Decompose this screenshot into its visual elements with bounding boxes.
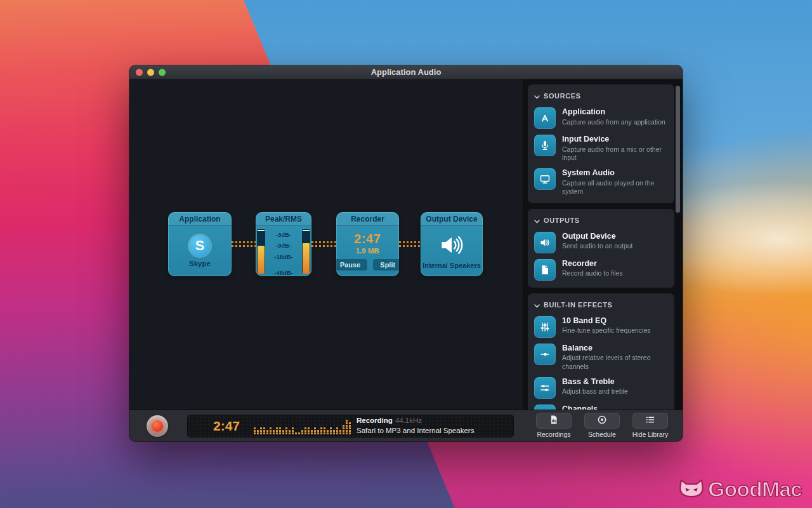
sidebar-item-bass-treble[interactable]: Bass & Treble Adjust bass and treble <box>534 377 668 399</box>
sidebar-item-10-band-eq[interactable]: 10 Band EQ Fine-tune specific frequencie… <box>534 316 668 338</box>
pipeline-connector <box>399 241 421 247</box>
item-title: Application <box>562 107 665 117</box>
schedule-button[interactable]: Schedule <box>580 413 624 438</box>
item-description: Capture audio from any application <box>562 118 665 127</box>
left-level-meter <box>257 229 265 274</box>
chevron-down-icon <box>534 299 540 311</box>
level-meters: -3dB- -9dB- -18dB- -48dB- <box>257 229 310 274</box>
item-description: Adjust relative levels of stereo channel… <box>562 354 668 371</box>
section-title: BUILT-IN EFFECTS <box>544 301 612 309</box>
chevron-down-icon <box>534 90 540 102</box>
library-actions: Recordings Schedule Hide Library <box>532 413 672 438</box>
window-title: Application Audio <box>371 67 442 77</box>
session-route: Safari to MP3 and Internal Speakers <box>357 426 474 436</box>
recordings-button[interactable]: Recordings <box>532 413 576 438</box>
action-label: Recordings <box>537 431 570 438</box>
recorder-file-size: 1.9 MB <box>356 247 379 255</box>
balance-icon <box>534 344 556 365</box>
sources-section: SOURCES Application Capture audio from a… <box>528 84 674 203</box>
sidebar-item-output-device[interactable]: Output Device Send audio to an output <box>534 232 668 253</box>
file-icon <box>534 259 556 281</box>
item-description: Fine-tune specific frequencies <box>562 326 651 335</box>
pause-button[interactable]: Pause <box>336 259 367 271</box>
traffic-lights <box>136 69 166 76</box>
pipeline-connector <box>232 241 256 247</box>
action-label: Hide Library <box>632 431 669 438</box>
application-block-title: Application <box>168 212 232 226</box>
application-block-label: Skype <box>189 260 211 267</box>
item-description: Adjust bass and treble <box>562 387 628 396</box>
close-button[interactable] <box>136 69 143 76</box>
recorder-elapsed-time: 2:47 <box>354 232 381 246</box>
pipeline-canvas[interactable]: Application S Skype Peak/RMS -3dB- <box>129 79 523 410</box>
db-label: -48dB- <box>274 270 293 276</box>
status-state: Recording <box>357 417 393 424</box>
section-title: SOURCES <box>544 92 581 100</box>
split-button[interactable]: Split <box>373 259 399 271</box>
item-title: Balance <box>562 344 668 354</box>
goodmac-watermark: GoodMac <box>678 476 802 502</box>
hide-library-icon <box>645 415 655 427</box>
sidebar-item-application[interactable]: Application Capture audio from any appli… <box>534 107 668 129</box>
db-label: -3dB- <box>276 232 291 238</box>
item-title: Input Device <box>562 135 668 145</box>
peak-rms-block-title: Peak/RMS <box>256 212 311 226</box>
db-label: -18dB- <box>274 254 293 260</box>
effects-section-header[interactable]: BUILT-IN EFFECTS <box>534 299 668 311</box>
output-device-label: Internal Speakers <box>422 262 481 269</box>
db-scale-labels: -3dB- -9dB- -18dB- -48dB- <box>270 229 298 274</box>
record-button[interactable] <box>147 415 168 437</box>
recorder-block[interactable]: Recorder 2:47 1.9 MB Pause Split <box>336 212 399 276</box>
application-block[interactable]: Application S Skype <box>168 212 232 276</box>
output-device-block[interactable]: Output Device Internal Speakers <box>421 212 483 276</box>
schedule-icon <box>597 415 607 427</box>
microphone-icon <box>534 135 556 156</box>
recordings-icon <box>549 415 559 427</box>
goodmac-wordmark: GoodMac <box>708 477 802 502</box>
outputs-section: OUTPUTS Output Device Send audio to an o… <box>528 209 674 288</box>
sidebar-item-system-audio[interactable]: System Audio Capture all audio played on… <box>534 168 668 196</box>
minimize-button[interactable] <box>147 69 154 76</box>
sidebar-scrollbar[interactable] <box>676 86 680 213</box>
item-title: Output Device <box>562 232 633 242</box>
recorder-block-title: Recorder <box>336 212 399 226</box>
item-title: Recorder <box>562 259 623 269</box>
hide-library-button[interactable]: Hide Library <box>628 413 672 438</box>
library-sidebar: SOURCES Application Capture audio from a… <box>523 79 683 410</box>
item-title: System Audio <box>562 168 668 178</box>
app-window: Application Audio Application S Skype Pe… <box>129 65 683 441</box>
item-title: 10 Band EQ <box>562 316 651 326</box>
item-description: Send audio to an output <box>562 242 633 251</box>
zoom-button[interactable] <box>159 69 166 76</box>
speaker-icon <box>534 232 556 253</box>
equalizer-icon <box>534 316 556 338</box>
sidebar-item-input-device[interactable]: Input Device Capture audio from a mic or… <box>534 135 668 163</box>
pipeline-connector <box>311 241 336 247</box>
waveform-display <box>254 418 348 434</box>
sidebar-item-recorder[interactable]: Recorder Record audio to files <box>534 259 668 281</box>
session-display: 2:47 Recording44.1kHz Safari to MP3 and … <box>187 415 514 438</box>
section-title: OUTPUTS <box>544 217 580 224</box>
title-bar: Application Audio <box>129 65 683 79</box>
right-level-meter <box>302 229 310 274</box>
outputs-section-header[interactable]: OUTPUTS <box>534 215 668 226</box>
content-area: Application S Skype Peak/RMS -3dB- <box>129 79 683 410</box>
bass-treble-icon <box>534 377 556 399</box>
item-description: Capture all audio played on the system <box>562 179 668 196</box>
item-title: Bass & Treble <box>562 377 628 387</box>
recording-status: Recording44.1kHz <box>357 416 474 426</box>
peak-rms-block[interactable]: Peak/RMS -3dB- -9dB- -18dB- -48dB- <box>256 212 311 276</box>
speaker-icon <box>439 234 464 259</box>
db-label: -9dB- <box>276 243 291 249</box>
action-label: Schedule <box>588 431 616 438</box>
audio-pipeline: Application S Skype Peak/RMS -3dB- <box>168 212 483 276</box>
sidebar-item-balance[interactable]: Balance Adjust relative levels of stereo… <box>534 344 668 371</box>
item-description: Record audio to files <box>562 269 623 278</box>
output-device-block-title: Output Device <box>421 212 483 226</box>
sample-rate: 44.1kHz <box>395 417 422 424</box>
sources-section-header[interactable]: SOURCES <box>534 90 668 102</box>
goodmac-cat-icon <box>678 476 705 502</box>
item-description: Capture audio from a mic or other input <box>562 145 668 163</box>
application-icon <box>534 107 556 129</box>
session-elapsed-time: 2:47 <box>207 418 246 434</box>
